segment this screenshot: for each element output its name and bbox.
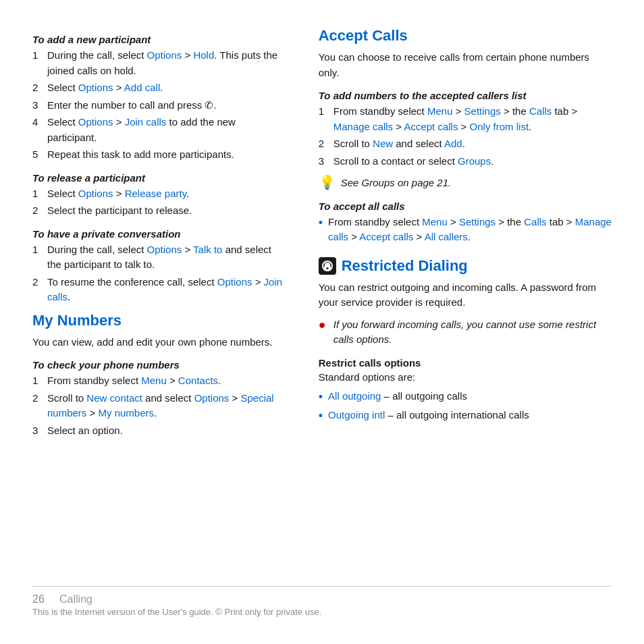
footer-main: 26 Calling <box>32 593 612 606</box>
my-numbers-heading: My Numbers <box>32 312 286 329</box>
private-conversation-heading: To have a private conversation <box>32 228 286 240</box>
talk-to-link[interactable]: Talk to <box>193 244 222 255</box>
bullet-item: • From standby select Menu > Settings > … <box>319 215 612 245</box>
accept-calls-description: You can choose to receive calls from cer… <box>319 50 612 80</box>
step-item: 1 From standby select Menu > Contacts. <box>32 373 286 389</box>
release-participant-section: To release a participant 1 Select Option… <box>32 172 286 219</box>
note-icon: ● <box>319 318 328 332</box>
contacts-link[interactable]: Contacts <box>178 375 218 386</box>
accept-all-bullets: • From standby select Menu > Settings > … <box>319 215 612 245</box>
step-item: 5 Repeat this task to add more participa… <box>32 147 286 163</box>
add-numbers-steps: 1 From standby select Menu > Settings > … <box>319 104 612 169</box>
accept-calls-heading: Accept Calls <box>319 27 612 45</box>
step-item: 1 During the call, select Options > Hold… <box>32 48 286 78</box>
manage-calls-link[interactable]: Manage calls <box>333 121 393 132</box>
hold-link[interactable]: Hold <box>193 49 214 61</box>
options-link[interactable]: Options <box>78 188 113 199</box>
accept-calls-section: Accept Calls You can choose to receive c… <box>319 27 612 245</box>
page-number: 26 <box>32 593 45 605</box>
tip-icon: 💡 <box>319 174 336 190</box>
options-link[interactable]: Options <box>194 392 230 404</box>
add-call-link[interactable]: Add call <box>124 82 160 93</box>
accept-all-heading: To accept all calls <box>319 200 612 212</box>
only-from-list-link[interactable]: Only from list <box>470 121 529 132</box>
private-conversation-section: To have a private conversation 1 During … <box>32 228 286 305</box>
options-link[interactable]: Options <box>147 244 182 255</box>
step-item: 2 Select the participant to release. <box>32 203 286 219</box>
accept-calls-link[interactable]: Accept calls <box>404 121 458 132</box>
svg-point-2 <box>326 267 328 269</box>
tip-text: See Groups on page 21. <box>341 176 451 191</box>
step-item: 2 To resume the conference call, select … <box>32 275 286 305</box>
release-participant-heading: To release a participant <box>32 172 286 184</box>
special-numbers-link[interactable]: Special numbers <box>47 392 274 419</box>
restricted-dialing-section: Restricted Dialing You can restrict outg… <box>319 257 612 425</box>
note-box: ● If you forward incoming calls, you can… <box>319 317 612 348</box>
outgoing-intl-link[interactable]: Outgoing intl <box>328 409 385 421</box>
step-item: 1 From standby select Menu > Settings > … <box>319 104 612 134</box>
release-participant-steps: 1 Select Options > Release party. 2 Sele… <box>32 186 286 219</box>
step-item: 2 Scroll to New and select Add. <box>319 136 612 152</box>
step-item: 3 Scroll to a contact or select Groups. <box>319 154 612 169</box>
tip-box: 💡 See Groups on page 21. <box>319 176 612 191</box>
add-participant-heading: To add a new participant <box>32 34 286 45</box>
release-party-link[interactable]: Release party <box>125 188 186 199</box>
footer-note: This is the Internet version of the User… <box>32 607 612 617</box>
step-item: 1 During the call, select Options > Talk… <box>32 242 286 273</box>
add-participant-section: To add a new participant 1 During the ca… <box>32 34 286 163</box>
restrict-options-sub: Standard options are: <box>319 370 612 385</box>
private-conversation-steps: 1 During the call, select Options > Talk… <box>32 242 286 305</box>
bullet-symbol: • <box>319 408 323 425</box>
menu-link[interactable]: Menu <box>427 105 453 117</box>
restrict-options-heading: Restrict calls options <box>319 357 612 369</box>
right-column: Accept Calls You can choose to receive c… <box>308 24 612 570</box>
page: To add a new participant 1 During the ca… <box>0 0 644 644</box>
calls-tab-link[interactable]: Calls <box>524 216 546 227</box>
step-item: 1 Select Options > Release party. <box>32 186 286 202</box>
join-calls-link[interactable]: Join calls <box>125 116 167 128</box>
options-link[interactable]: Options <box>78 82 113 93</box>
bullet-symbol: • <box>319 389 323 406</box>
add-participant-steps: 1 During the call, select Options > Hold… <box>32 48 286 163</box>
new-link[interactable]: New <box>373 138 393 149</box>
menu-link[interactable]: Menu <box>141 375 167 386</box>
all-outgoing-link[interactable]: All outgoing <box>328 390 381 402</box>
new-contact-link[interactable]: New contact <box>86 392 142 404</box>
restricted-dialing-description: You can restrict outgoing and incoming c… <box>319 280 612 311</box>
note-text: If you forward incoming calls, you canno… <box>333 317 612 348</box>
options-link[interactable]: Options <box>147 49 182 61</box>
my-numbers-description: You can view, add and edit your own phon… <box>32 335 286 350</box>
options-link[interactable]: Options <box>217 276 252 288</box>
menu-link[interactable]: Menu <box>422 216 448 227</box>
add-link[interactable]: Add <box>444 138 462 149</box>
footer-section: Calling <box>59 593 92 605</box>
all-callers-link[interactable]: All callers <box>425 231 468 242</box>
restricted-dialing-title: Restricted Dialing <box>342 257 468 275</box>
options-link[interactable]: Options <box>78 116 113 128</box>
bullet-item: • Outgoing intl – all outgoing internati… <box>319 408 612 425</box>
step-item: 2 Select Options > Add call. <box>32 80 286 96</box>
left-column: To add a new participant 1 During the ca… <box>32 24 308 570</box>
my-numbers-section: My Numbers You can view, add and edit yo… <box>32 312 286 439</box>
calls-tab-link[interactable]: Calls <box>529 105 552 117</box>
step-item: 2 Scroll to New contact and select Optio… <box>32 391 286 421</box>
check-numbers-heading: To check your phone numbers <box>32 359 286 371</box>
groups-link[interactable]: Groups <box>458 155 491 167</box>
my-numbers-link[interactable]: My numbers <box>98 407 154 419</box>
footer: 26 Calling This is the Internet version … <box>32 586 612 617</box>
step-item: 4 Select Options > Join calls to add the… <box>32 115 286 145</box>
restricted-dialing-icon <box>319 257 336 275</box>
bullet-item: • All outgoing – all outgoing calls <box>319 389 612 406</box>
bullet-symbol: • <box>319 215 323 232</box>
settings-link[interactable]: Settings <box>464 105 501 117</box>
restrict-options-bullets: • All outgoing – all outgoing calls • Ou… <box>319 389 612 425</box>
step-item: 3 Select an option. <box>32 423 286 439</box>
columns: To add a new participant 1 During the ca… <box>32 24 612 570</box>
settings-link[interactable]: Settings <box>459 216 495 227</box>
add-numbers-heading: To add numbers to the accepted callers l… <box>319 90 612 101</box>
restricted-dialing-heading-row: Restricted Dialing <box>319 257 612 275</box>
step-item: 3 Enter the number to call and press ✆. <box>32 98 286 113</box>
accept-calls-link[interactable]: Accept calls <box>359 231 413 242</box>
check-numbers-steps: 1 From standby select Menu > Contacts. 2… <box>32 373 286 438</box>
